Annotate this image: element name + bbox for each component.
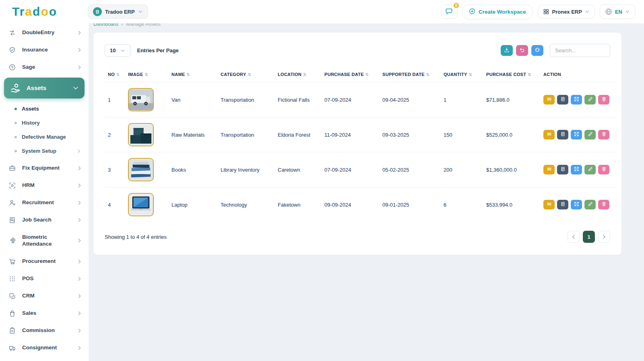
sidebar-item-label: DoubleEntry <box>22 29 71 36</box>
barcode-button[interactable] <box>543 95 555 105</box>
column-header-name[interactable]: NAME⇅ <box>168 67 217 82</box>
entries-per-page-label: Entries Per Page <box>137 47 178 53</box>
purchase-date: 07-09-2024 <box>321 82 379 117</box>
sidebar-subitem-defective-manage[interactable]: Defective Manage <box>0 130 89 144</box>
doubleentry-icon <box>9 29 17 36</box>
edit-button[interactable] <box>584 130 596 139</box>
expand-icon <box>574 131 579 138</box>
column-header-location[interactable]: LOCATION⇅ <box>275 67 321 82</box>
expand-button[interactable] <box>571 130 582 139</box>
purchase-date: 09-09-2024 <box>321 187 379 222</box>
barcode-button[interactable] <box>543 200 555 209</box>
sidebar-item-insurance[interactable]: Insurance <box>0 41 89 59</box>
brand-letter: T <box>12 5 20 18</box>
sidebar-subitem-history[interactable]: History <box>0 116 89 130</box>
sidebar-item-commission[interactable]: Commission <box>0 322 89 339</box>
sidebar-item-assets[interactable]: Assets <box>4 78 85 98</box>
details-button[interactable] <box>557 95 568 105</box>
search-input[interactable] <box>550 44 610 57</box>
create-workspace-button[interactable]: Create Workspace <box>462 4 533 19</box>
barcode-button[interactable] <box>543 165 555 174</box>
workspace-name: Tradoo ERP <box>105 9 135 15</box>
bullet-icon <box>14 150 17 152</box>
chevron-down-icon <box>72 85 79 91</box>
delete-button[interactable] <box>598 95 609 105</box>
workspace-switcher[interactable]: Tradoo ERP <box>88 4 148 19</box>
document-icon <box>560 166 566 173</box>
sidebar-item-hrm[interactable]: HRM <box>0 177 89 194</box>
purchase-cost: $533,994.0 <box>483 187 540 222</box>
erp-switcher[interactable]: Pronex ERP <box>538 5 595 18</box>
details-button[interactable] <box>557 130 568 139</box>
edit-button[interactable] <box>584 95 596 105</box>
refresh-button[interactable] <box>531 45 543 56</box>
row-actions <box>540 82 617 117</box>
sidebar-item-label: Recruitment <box>22 199 71 206</box>
sidebar-item-fix-equipment[interactable]: Fix Equipment <box>0 160 89 177</box>
column-header-quantity[interactable]: QUANTITY⇅ <box>440 67 483 82</box>
sidebar-item-job-search[interactable]: Job Search <box>0 211 89 229</box>
asset-location: Caretown <box>275 152 321 187</box>
pagination-next-button[interactable] <box>598 231 610 243</box>
barcode-button[interactable] <box>543 130 555 139</box>
entries-per-page-select[interactable]: 10 <box>105 44 130 57</box>
sidebar-item-recruitment[interactable]: Recruitment <box>0 194 89 211</box>
language-selector[interactable]: EN <box>600 4 635 19</box>
details-button[interactable] <box>557 200 568 209</box>
expand-button[interactable] <box>571 165 582 174</box>
crm-icon <box>9 293 17 299</box>
undo-button[interactable] <box>516 45 528 56</box>
delete-button[interactable] <box>598 200 609 209</box>
sidebar-item-biometric-attendance[interactable]: Biometric Attendance <box>0 229 89 253</box>
grid-icon <box>543 8 549 15</box>
globe-icon <box>605 8 612 15</box>
trash-icon <box>601 131 607 138</box>
chat-button[interactable]: 0 <box>441 4 457 19</box>
asset-location: Eldoria Forest <box>275 117 321 152</box>
delete-button[interactable] <box>598 130 609 139</box>
column-header-category[interactable]: CATEGORY⇅ <box>217 67 275 82</box>
sort-icon: ⇅ <box>116 72 120 77</box>
purchase-date: 07-09-2024 <box>321 152 379 187</box>
sidebar-item-procurement[interactable]: Procurement <box>0 253 89 270</box>
asset-location: Fictional Falls <box>275 82 321 117</box>
column-header-no[interactable]: NO⇅ <box>105 67 125 82</box>
sidebar-item-doubleentry[interactable]: DoubleEntry <box>0 24 89 41</box>
sidebar-item-consignment[interactable]: Consignment <box>0 339 89 357</box>
expand-button[interactable] <box>571 95 582 105</box>
sidebar-item-sales[interactable]: Sales <box>0 305 89 322</box>
sidebar-item-pos[interactable]: POS <box>0 270 89 287</box>
delete-button[interactable] <box>598 165 609 174</box>
details-button[interactable] <box>557 165 568 174</box>
bullet-icon <box>14 122 17 124</box>
download-button[interactable] <box>501 45 513 56</box>
sort-icon: ⇅ <box>365 72 369 77</box>
quantity: 200 <box>440 152 483 187</box>
sidebar-item-label: Sales <box>22 310 71 317</box>
chevron-right-icon <box>77 328 82 333</box>
sidebar-item-sage[interactable]: SSage <box>0 59 89 76</box>
column-header-purchase-cost[interactable]: PURCHASE COST⇅ <box>483 67 540 82</box>
sidebar-item-crm[interactable]: CRM <box>0 287 89 305</box>
expand-icon <box>574 201 579 208</box>
chevron-right-icon <box>77 217 82 223</box>
sidebar-subitem-assets[interactable]: Assets <box>0 102 89 116</box>
pagination-prev-button[interactable] <box>568 231 580 243</box>
pencil-icon <box>588 96 593 103</box>
edit-button[interactable] <box>584 200 596 209</box>
column-header-supported-date[interactable]: SUPPORTED DATE⇅ <box>379 67 440 82</box>
chevron-down-icon <box>138 9 143 14</box>
column-header-image[interactable]: IMAGE⇅ <box>125 67 168 82</box>
expand-button[interactable] <box>571 200 582 209</box>
pagination-page-1[interactable]: 1 <box>583 231 595 243</box>
table-controls: 10 Entries Per Page <box>105 44 610 57</box>
chat-badge: 0 <box>453 2 460 9</box>
asset-image <box>125 187 168 222</box>
sidebar-subitem-system-setup[interactable]: System Setup <box>0 144 89 158</box>
column-header-purchase-date[interactable]: PURCHASE DATE⇅ <box>321 67 379 82</box>
sort-icon: ⇅ <box>145 72 149 77</box>
edit-button[interactable] <box>584 165 596 174</box>
undo-icon <box>519 47 525 54</box>
expand-icon <box>574 96 579 103</box>
download-icon <box>504 47 510 54</box>
